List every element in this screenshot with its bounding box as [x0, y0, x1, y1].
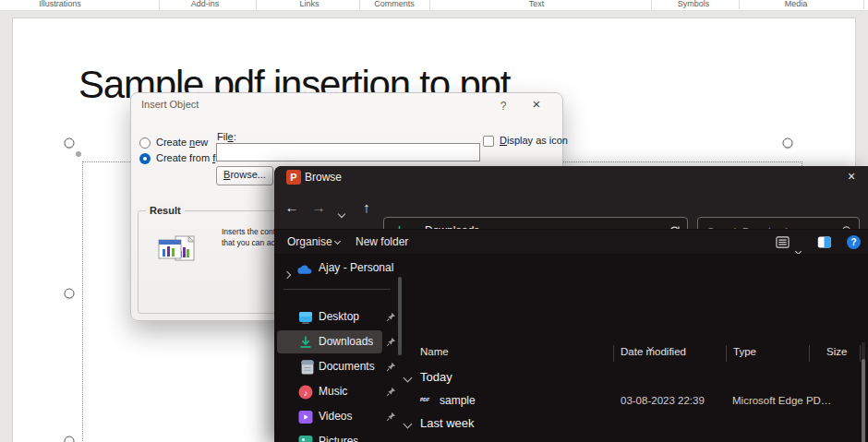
- selection-handle-mid-left[interactable]: [65, 289, 75, 299]
- svg-text:♪: ♪: [304, 388, 308, 398]
- sidebar-item-label: Pictures: [319, 435, 358, 442]
- sidebar-item-label: Ajay - Personal: [319, 261, 393, 274]
- sidebar-item-desktop[interactable]: Desktop: [274, 305, 400, 329]
- column-separator[interactable]: [726, 345, 727, 362]
- forward-icon[interactable]: →: [309, 199, 328, 215]
- group-collapse-icon[interactable]: [404, 374, 413, 383]
- result-label: Result: [146, 205, 185, 216]
- selection-handle-top-right[interactable]: [783, 138, 793, 149]
- pictures-icon: [298, 435, 313, 442]
- ribbon-separator: [159, 0, 160, 9]
- browse-command-bar: Organise New folder ?: [274, 229, 868, 256]
- file-type: Microsoft Edge PD…: [732, 395, 831, 406]
- browse-window-title: Browse: [305, 171, 342, 184]
- column-header-size[interactable]: Size: [826, 346, 847, 357]
- svg-text:P: P: [290, 172, 296, 183]
- group-collapse-icon[interactable]: [404, 420, 413, 429]
- sidebar-item-onedrive[interactable]: Ajay - Personal: [274, 257, 400, 281]
- selection-handle-bottom-left[interactable]: [65, 436, 75, 442]
- file-date: 03-08-2023 22:39: [621, 395, 705, 406]
- close-icon[interactable]: ×: [528, 96, 545, 112]
- sidebar-item-label: Desktop: [319, 310, 359, 323]
- browse-button[interactable]: Browse...: [216, 166, 273, 185]
- sidebar-item-label: Music: [319, 385, 347, 398]
- expand-chevron-icon[interactable]: [284, 265, 290, 281]
- ribbon-separator: [256, 0, 257, 9]
- radio-create-new-label: Create new: [156, 137, 208, 148]
- dialog-title: Insert Object: [141, 99, 199, 110]
- sidebar-item-music[interactable]: ♪ Music: [274, 380, 400, 404]
- sidebar-item-label: Videos: [319, 410, 352, 423]
- onedrive-cloud-icon: [297, 262, 312, 277]
- pin-icon[interactable]: [386, 387, 396, 397]
- help-button[interactable]: ?: [497, 100, 510, 113]
- recent-locations-icon[interactable]: [339, 204, 344, 221]
- column-header-type[interactable]: Type: [733, 346, 756, 357]
- display-as-icon-label: Display as icon: [500, 135, 568, 146]
- pin-icon[interactable]: [386, 362, 396, 372]
- scrollbar-thumb[interactable]: [862, 359, 865, 442]
- file-name: sample: [440, 394, 476, 407]
- pin-icon[interactable]: [386, 412, 396, 422]
- sidebar-item-label: Documents: [319, 360, 375, 373]
- ribbon-group-illustrations: Illustrations: [39, 0, 81, 8]
- browse-nav-toolbar: ← → ↑ Downloads: [274, 188, 868, 229]
- new-folder-button[interactable]: New folder: [356, 235, 408, 248]
- radio-create-new[interactable]: [139, 137, 151, 149]
- column-separator[interactable]: [860, 345, 861, 362]
- group-header-last-week[interactable]: Last week: [420, 416, 475, 430]
- file-field-label: File:: [217, 131, 236, 142]
- documents-icon: [300, 360, 315, 375]
- sidebar-item-pictures[interactable]: Pictures: [274, 430, 400, 442]
- up-icon[interactable]: ↑: [357, 199, 376, 215]
- embed-object-icon: [157, 233, 198, 269]
- view-details-icon[interactable]: [776, 235, 790, 249]
- ribbon-strip: Illustrations Add-ins Links Comments Tex…: [0, 0, 868, 11]
- back-icon[interactable]: ←: [283, 199, 301, 215]
- powerpoint-icon: P: [286, 170, 301, 185]
- browse-body: Ajay - Personal Desktop: [274, 254, 868, 442]
- ribbon-group-links: Links: [299, 0, 319, 8]
- sidebar-item-label: Downloads: [319, 335, 373, 348]
- radio-create-from-file-label: Create from file: [156, 152, 225, 163]
- videos-icon: [298, 410, 313, 424]
- sidebar-item-videos[interactable]: Videos: [274, 405, 400, 429]
- browse-window: P Browse × ← → ↑ Downloads: [274, 166, 868, 442]
- app-window: Illustrations Add-ins Links Comments Tex…: [0, 0, 868, 442]
- ribbon-separator: [359, 0, 360, 9]
- column-separator[interactable]: [809, 345, 810, 362]
- radio-create-from-file[interactable]: [139, 153, 151, 164]
- music-icon: ♪: [298, 385, 313, 400]
- file-path-input[interactable]: [216, 143, 480, 161]
- column-header-date-modified[interactable]: Date modified: [621, 346, 686, 357]
- sidebar-item-downloads[interactable]: Downloads: [274, 330, 400, 354]
- ribbon-separator: [429, 0, 430, 9]
- ribbon-separator: [651, 0, 652, 9]
- column-header-name[interactable]: Name: [420, 346, 449, 357]
- group-header-today[interactable]: Today: [420, 370, 452, 384]
- column-separator[interactable]: [613, 345, 614, 362]
- ribbon-separator: [863, 0, 864, 9]
- pin-icon[interactable]: [386, 312, 396, 322]
- downloads-icon: [298, 335, 313, 350]
- ribbon-group-text: Text: [529, 0, 545, 8]
- display-as-icon-checkbox[interactable]: [483, 136, 494, 147]
- ribbon-group-media: Media: [785, 0, 808, 8]
- browse-titlebar: P Browse ×: [274, 166, 868, 188]
- bullet-dot: [76, 151, 81, 157]
- help-icon[interactable]: ?: [847, 235, 861, 249]
- organise-dropdown-icon: [334, 238, 341, 245]
- ribbon-group-addins: Add-ins: [191, 0, 220, 8]
- desktop-icon: [298, 310, 313, 325]
- close-icon[interactable]: ×: [842, 169, 861, 185]
- preview-pane-icon[interactable]: [817, 235, 832, 249]
- ribbon-group-symbols: Symbols: [678, 0, 710, 8]
- sidebar-separator: [283, 289, 391, 290]
- pin-icon[interactable]: [386, 337, 396, 347]
- ribbon-separator: [739, 0, 740, 9]
- organise-button[interactable]: Organise: [287, 235, 340, 248]
- ribbon-group-comments: Comments: [374, 0, 415, 8]
- sidebar-item-documents[interactable]: Documents: [274, 355, 400, 379]
- selection-handle-top-left[interactable]: [65, 138, 75, 149]
- file-list-scrollbar[interactable]: [862, 342, 865, 442]
